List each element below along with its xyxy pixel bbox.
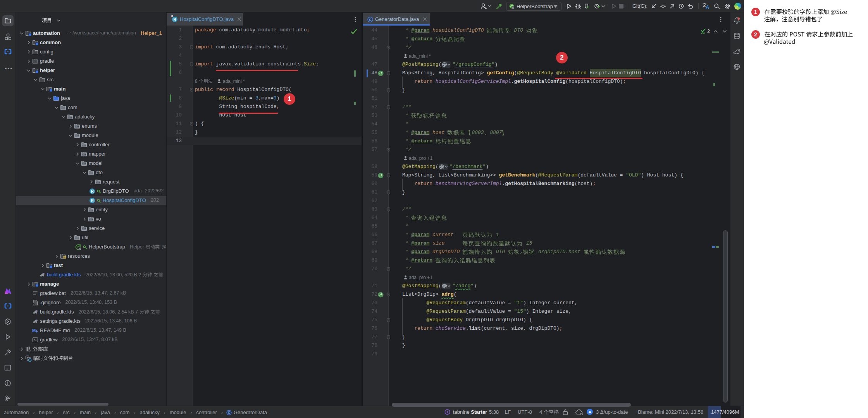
svg-text:R: R [173, 17, 176, 22]
svg-text:C: C [369, 18, 372, 22]
svg-text:C: C [228, 411, 230, 415]
svg-text:R: R [91, 199, 94, 203]
svg-text:R: R [91, 189, 94, 194]
svg-text:M: M [32, 328, 36, 333]
